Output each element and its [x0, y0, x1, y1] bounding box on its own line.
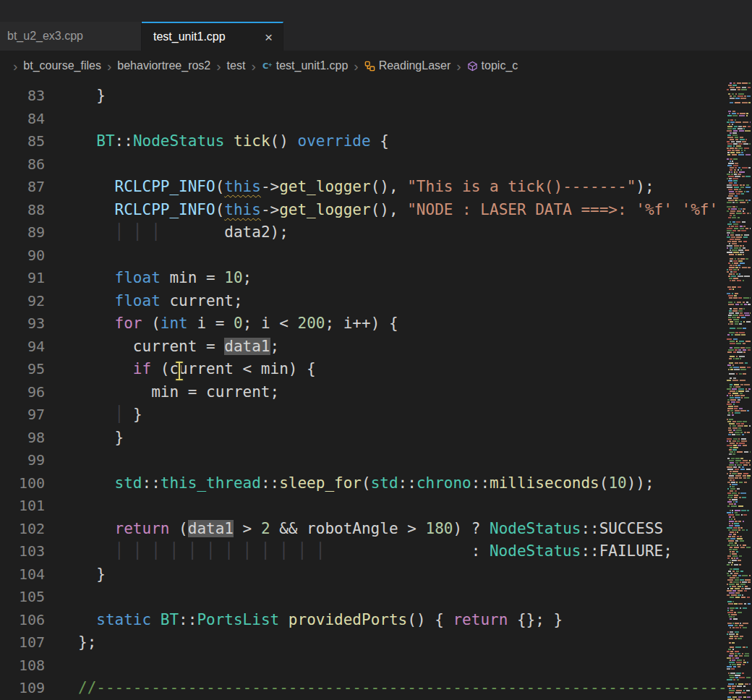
code-line[interactable]: 100 std::this_thread::sleep_for(std::chr…	[0, 472, 725, 495]
code-text: │ │ │ data2);	[45, 221, 289, 244]
line-number: 103	[0, 540, 45, 563]
close-icon[interactable]: ×	[263, 30, 274, 44]
code-token: ::	[471, 474, 490, 492]
line-number: 90	[0, 244, 45, 268]
tab-bar: bt_u2_ex3.cpp test_unit1.cpp ×	[0, 22, 752, 51]
code-token: │ │ │ │ │ │ │ │ │ │ │ │	[115, 542, 325, 560]
breadcrumb-item-bt-course-files[interactable]: bt_course_files	[23, 59, 101, 72]
code-token: 10	[608, 474, 626, 492]
code-token: BT	[161, 611, 179, 628]
code-line[interactable]: 109//-----------------------------------…	[0, 677, 725, 700]
code-text	[45, 153, 78, 176]
code-line[interactable]: 95 if (current < min) {	[0, 358, 725, 381]
code-token	[78, 406, 115, 423]
code-text: return (data1 > 2 && robotAngle > 180) ?…	[45, 518, 663, 541]
code-text: };	[45, 631, 96, 654]
code-line[interactable]: 90	[0, 244, 725, 268]
code-token: this	[224, 201, 261, 218]
code-line[interactable]: 108	[0, 654, 725, 678]
code-line[interactable]: 98 }	[0, 427, 725, 450]
code-token: 2	[261, 520, 270, 537]
code-line[interactable]: 86	[0, 153, 725, 176]
code-token: get_logger	[279, 201, 370, 218]
line-number: 100	[0, 472, 45, 495]
tab-bt-u2-ex3[interactable]: bt_u2_ex3.cpp	[0, 22, 142, 51]
code-line[interactable]: 99	[0, 449, 725, 472]
code-token: │	[115, 406, 124, 423]
code-line[interactable]: 92 float current;	[0, 290, 725, 313]
code-text	[45, 495, 78, 518]
code-token: ->	[261, 178, 279, 195]
breadcrumb-item-behaviortree-ros2[interactable]: behaviortree_ros2	[117, 59, 210, 72]
code-text: BT::NodeStatus tick() override {	[45, 130, 389, 153]
code-token: ::	[179, 611, 197, 628]
code-line[interactable]: 83 }	[0, 85, 725, 108]
breadcrumb-item-test[interactable]: test	[227, 59, 246, 72]
code-line[interactable]: 104 }	[0, 563, 725, 586]
code-token: data1	[224, 338, 270, 355]
code-line[interactable]: 105	[0, 586, 725, 609]
code-token: NodeStatus	[490, 520, 581, 537]
code-token: sleep_for	[279, 474, 362, 492]
code-token: this_thread	[161, 474, 261, 492]
code-line[interactable]: 97 │ }	[0, 404, 725, 427]
code-line[interactable]: 91 float min = 10;	[0, 267, 725, 290]
code-token: 0	[234, 315, 243, 332]
code-editor[interactable]: 83 }8485 BT::NodeStatus tick() override …	[0, 81, 725, 700]
line-number: 95	[0, 358, 45, 381]
code-token: (	[215, 201, 225, 218]
code-token: () {	[407, 611, 453, 628]
code-token	[151, 611, 161, 628]
code-line[interactable]: 101	[0, 495, 725, 518]
chevron-right-icon: ›	[107, 59, 111, 73]
code-token	[78, 292, 115, 310]
code-token: }	[78, 87, 106, 104]
code-token: │ │ │	[115, 223, 161, 241]
code-line[interactable]: 96 min = current;	[0, 381, 725, 404]
code-line[interactable]: 106 static BT::PortsList providedPorts()…	[0, 609, 725, 632]
tab-test-unit1[interactable]: test_unit1.cpp ×	[142, 22, 283, 51]
tab-label: test_unit1.cpp	[153, 30, 226, 43]
code-line[interactable]: 102 return (data1 > 2 && robotAngle > 18…	[0, 518, 725, 541]
code-token: tick	[234, 132, 270, 150]
code-token: std	[115, 474, 142, 492]
code-token: ()	[270, 132, 298, 150]
code-token: chrono	[416, 474, 471, 492]
code-token: ; i <	[243, 315, 298, 332]
code-line[interactable]: 88 RCLCPP_INFO(this->get_logger(), "NODE…	[0, 199, 725, 222]
code-line[interactable]: 94 current = data1;	[0, 336, 725, 359]
code-token: {	[371, 132, 389, 150]
code-token: BT	[96, 132, 114, 150]
code-line[interactable]: 84	[0, 108, 725, 131]
code-token	[224, 132, 234, 150]
code-token: ::	[261, 474, 279, 492]
code-text	[45, 108, 78, 131]
code-text	[45, 586, 78, 609]
chevron-right-icon: ›	[354, 59, 358, 73]
code-token: //--------------------------------------…	[78, 679, 725, 696]
code-line[interactable]: 87 RCLCPP_INFO(this->get_logger(), "This…	[0, 176, 725, 199]
code-token: static	[96, 611, 151, 628]
code-line[interactable]: 85 BT::NodeStatus tick() override {	[0, 130, 725, 153]
code-line[interactable]: 107};	[0, 631, 725, 654]
code-token: std	[371, 474, 398, 492]
line-number: 108	[0, 654, 45, 678]
code-token: for	[115, 315, 142, 332]
code-text: }	[45, 85, 106, 108]
code-line[interactable]: 103 │ │ │ │ │ │ │ │ │ │ │ │ : NodeStatus…	[0, 540, 725, 563]
code-text: min = current;	[45, 381, 279, 404]
chevron-right-icon: ›	[251, 59, 255, 73]
breadcrumb-item-test-unit1-cpp[interactable]: test_unit1.cpp	[276, 59, 349, 72]
code-text: current = data1;	[45, 336, 279, 359]
minimap[interactable]	[725, 81, 752, 700]
code-token: );	[636, 178, 654, 195]
code-line[interactable]: 89 │ │ │ data2);	[0, 221, 725, 244]
breadcrumb: ›bt_course_files›behaviortree_ros2›test›…	[0, 51, 752, 81]
code-line[interactable]: 93 for (int i = 0; i < 200; i++) {	[0, 312, 725, 336]
breadcrumb-item-topic-c[interactable]: topic_c	[482, 59, 518, 72]
code-token: };	[78, 633, 96, 651]
code-text: //--------------------------------------…	[45, 677, 725, 700]
breadcrumb-item-readinglaser[interactable]: ReadingLaser	[379, 59, 451, 72]
code-token: return	[453, 611, 508, 628]
code-token: override	[298, 132, 371, 150]
